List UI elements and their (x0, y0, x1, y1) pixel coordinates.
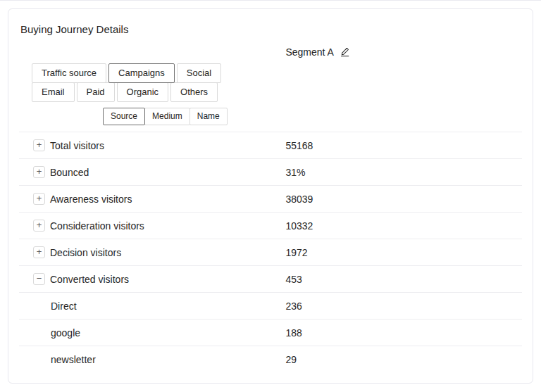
table-row: google188 (19, 319, 522, 346)
row-label-cell: +Consideration visitors (19, 220, 285, 232)
row-label: Converted visitors (50, 274, 129, 285)
page-title: Buying Journey Details (20, 23, 533, 36)
row-label-cell: newsletter (19, 354, 285, 365)
channel-tab-social[interactable]: Social (177, 63, 221, 83)
table-row: +Awareness visitors38039 (19, 185, 522, 212)
row-label: Direct (51, 301, 77, 312)
segment-name: Segment A (285, 46, 334, 59)
channel-tab-others[interactable]: Others (170, 82, 218, 102)
expand-icon[interactable]: + (33, 166, 45, 178)
dimension-tab-name[interactable]: Name (189, 108, 228, 125)
row-value: 188 (285, 327, 522, 339)
row-value: 453 (285, 274, 522, 285)
table-header: Traffic sourceCampaignsSocialEmailPaidOr… (8, 45, 533, 125)
journey-table-body: +Total visitors55168+Bounced31%+Awarenes… (19, 132, 522, 372)
row-value: 10332 (285, 220, 522, 232)
segment-header: Segment A (285, 45, 522, 59)
row-label: Consideration visitors (50, 220, 144, 232)
table-row: +Consideration visitors10332 (19, 212, 522, 239)
row-label-cell: +Awareness visitors (19, 193, 285, 205)
row-value: 1972 (285, 247, 522, 258)
channel-tab-campaigns[interactable]: Campaigns (108, 63, 175, 83)
table-row: newsletter29 (19, 346, 522, 372)
row-value: 55168 (285, 140, 522, 151)
table-row: +Total visitors55168 (19, 132, 522, 158)
channel-tab-group: Traffic sourceCampaignsSocialEmailPaidOr… (32, 63, 264, 101)
channel-tab-traffic-source[interactable]: Traffic source (32, 63, 106, 83)
top-divider (0, 0, 541, 1)
expand-icon[interactable]: + (33, 139, 45, 151)
row-value: 38039 (285, 194, 522, 205)
row-label: Total visitors (50, 140, 104, 151)
collapse-icon[interactable]: − (33, 273, 45, 285)
table-row: −Converted visitors453 (19, 265, 522, 292)
row-label-cell: google (19, 327, 285, 339)
row-label-cell: +Total visitors (19, 139, 285, 151)
table-row: Direct236 (19, 292, 522, 319)
row-label: Decision visitors (50, 247, 121, 258)
pencil-icon (340, 46, 350, 59)
row-value: 236 (285, 301, 522, 312)
dimension-tab-source[interactable]: Source (103, 108, 145, 125)
dimension-tab-medium[interactable]: Medium (144, 108, 190, 125)
row-label-cell: −Converted visitors (19, 273, 285, 285)
table-row: +Bounced31% (19, 158, 522, 185)
row-value: 29 (285, 354, 522, 365)
expand-icon[interactable]: + (33, 193, 45, 205)
edit-segment-button[interactable] (340, 46, 350, 59)
expand-icon[interactable]: + (33, 246, 45, 258)
row-label: Bounced (50, 167, 89, 178)
row-label: Awareness visitors (50, 194, 132, 205)
table-row: +Decision visitors1972 (19, 239, 522, 265)
row-label: newsletter (51, 354, 96, 365)
channel-tab-email[interactable]: Email (32, 82, 75, 102)
row-label-cell: Direct (19, 301, 285, 312)
row-value: 31% (285, 167, 522, 178)
channel-tab-paid[interactable]: Paid (77, 82, 115, 102)
filters-area: Traffic sourceCampaignsSocialEmailPaidOr… (19, 45, 285, 125)
row-label: google (51, 327, 80, 339)
channel-tab-organic[interactable]: Organic (117, 82, 169, 102)
row-label-cell: +Bounced (19, 166, 285, 178)
row-label-cell: +Decision visitors (19, 246, 285, 258)
expand-icon[interactable]: + (33, 220, 45, 232)
dimension-tab-group: SourceMediumName (103, 108, 285, 125)
buying-journey-card: Buying Journey Details Traffic sourceCam… (8, 8, 533, 384)
